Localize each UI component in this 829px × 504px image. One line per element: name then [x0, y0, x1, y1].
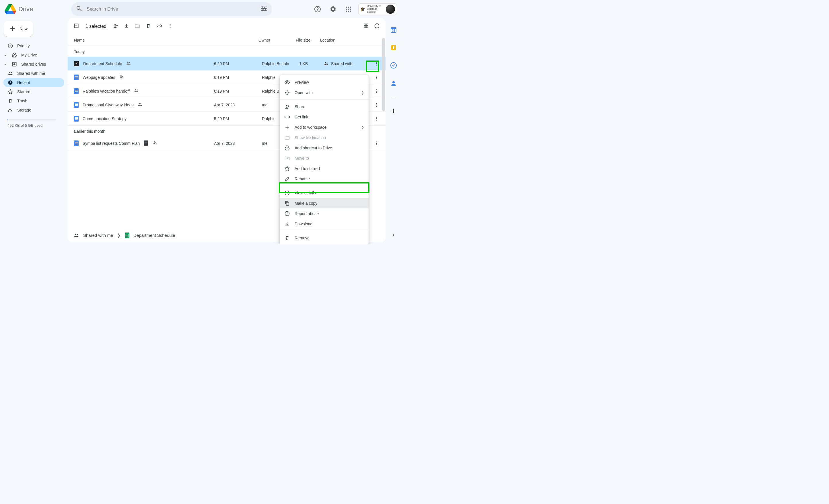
cm-view-details[interactable]: View details	[280, 188, 369, 198]
download-icon[interactable]	[123, 23, 130, 30]
settings-gear-icon[interactable]	[327, 3, 339, 15]
search-bar[interactable]	[71, 2, 272, 16]
svg-point-15	[350, 11, 351, 12]
svg-rect-4	[264, 8, 264, 9]
nav-shared-drives[interactable]: ▸ Shared drives	[3, 60, 64, 69]
more-vert-icon[interactable]	[167, 23, 173, 30]
account-avatar[interactable]	[386, 5, 395, 14]
svg-rect-69	[393, 48, 394, 49]
add-app-icon[interactable]	[388, 105, 399, 117]
docs-file-icon	[74, 102, 79, 108]
contacts-app-icon[interactable]	[388, 77, 399, 89]
nav-trash[interactable]: Trash	[3, 96, 64, 106]
cm-label: Rename	[295, 177, 310, 181]
breadcrumb-root[interactable]: Shared with me	[83, 233, 113, 238]
nav-priority[interactable]: Priority	[3, 41, 64, 50]
docs-file-icon	[74, 75, 79, 80]
view-grid-icon[interactable]	[363, 23, 369, 30]
cm-label: Make a copy	[295, 201, 317, 205]
svg-point-10	[346, 9, 347, 10]
file-row-selected[interactable]: ✔ Department Schedule Ralphie Buffalo 1 …	[68, 57, 386, 71]
file-name: Promotional Giveaway ideas	[83, 103, 133, 107]
cm-add-workspace[interactable]: Add to workspace❯	[280, 122, 369, 132]
col-owner[interactable]: Owner	[258, 38, 296, 42]
svg-point-71	[392, 81, 395, 83]
cm-open-with[interactable]: Open with❯	[280, 87, 369, 98]
star-icon	[284, 166, 290, 171]
nav-starred[interactable]: Starred	[3, 87, 64, 96]
nav-label: Shared drives	[21, 62, 46, 67]
cm-make-copy[interactable]: Make a copy	[280, 198, 369, 208]
row-more-button[interactable]	[371, 59, 382, 69]
row-more-button[interactable]	[371, 138, 382, 149]
cm-rename[interactable]: Rename	[280, 174, 369, 184]
search-options-icon[interactable]	[260, 5, 267, 13]
cm-download[interactable]: Download	[280, 219, 369, 229]
person-add-icon	[284, 104, 290, 110]
cm-get-link[interactable]: Get link	[280, 112, 369, 122]
link-icon	[284, 114, 290, 120]
row-more-button[interactable]	[371, 114, 382, 124]
svg-point-24	[170, 24, 170, 25]
move-icon	[284, 155, 290, 161]
file-modified-time: Apr 7, 2023	[214, 103, 235, 107]
deselect-icon[interactable]	[73, 23, 79, 30]
move-icon[interactable]	[135, 23, 140, 30]
cm-remove[interactable]: Remove	[280, 233, 369, 243]
new-button[interactable]: New	[3, 21, 33, 37]
row-more-button[interactable]	[371, 100, 382, 110]
header-right: 🎓 University of Colorado Boulder	[312, 3, 397, 15]
delete-icon[interactable]	[145, 23, 151, 30]
copy-icon	[284, 200, 290, 206]
keep-app-icon[interactable]	[388, 42, 399, 53]
nav-label: Shared with me	[17, 71, 45, 76]
col-name[interactable]: Name	[74, 38, 258, 42]
apps-grid-icon[interactable]	[343, 3, 354, 15]
checkbox-checked-icon[interactable]: ✔	[74, 61, 79, 66]
svg-point-36	[376, 62, 377, 63]
org-badge[interactable]: 🎓 University of Colorado Boulder	[358, 3, 397, 15]
nav-my-drive[interactable]: ▸ My Drive	[3, 50, 64, 60]
info-icon[interactable]	[374, 23, 380, 30]
svg-point-20	[11, 72, 12, 73]
svg-point-9	[350, 7, 351, 8]
cm-share[interactable]: Share	[280, 102, 369, 112]
logo-area: Drive	[5, 4, 68, 14]
nav-storage[interactable]: Storage	[3, 106, 64, 115]
svg-point-38	[376, 65, 377, 65]
tasks-app-icon[interactable]	[388, 60, 399, 71]
search-input[interactable]	[86, 6, 257, 12]
file-size: 1 KB	[299, 61, 324, 66]
svg-point-47	[376, 90, 377, 91]
cm-label: Get link	[295, 115, 308, 119]
svg-point-63	[77, 234, 78, 235]
nav-shared-with-me[interactable]: Shared with me	[3, 69, 64, 78]
svg-point-39	[120, 75, 122, 77]
header: Drive 🎓 University of Colorado Boulder	[0, 0, 402, 18]
cm-report-abuse[interactable]: Report abuse	[280, 208, 369, 219]
row-more-button[interactable]	[371, 86, 382, 96]
cm-add-shortcut[interactable]: Add shortcut to Drive	[280, 143, 369, 153]
svg-point-13	[346, 11, 347, 12]
svg-point-51	[376, 103, 377, 104]
cm-add-starred[interactable]: Add to starred	[280, 163, 369, 174]
scrollbar-thumb[interactable]	[382, 38, 385, 111]
cm-preview[interactable]: Preview	[280, 77, 369, 87]
cm-show-location: Show file location	[280, 132, 369, 143]
nav-recent[interactable]: Recent	[3, 78, 64, 87]
open-with-icon	[284, 90, 290, 95]
link-icon[interactable]	[156, 23, 162, 30]
cm-label: Share	[295, 104, 305, 109]
col-size[interactable]: File size	[296, 38, 320, 42]
svg-point-42	[376, 77, 377, 78]
share-person-icon[interactable]	[113, 23, 118, 30]
calendar-app-icon[interactable]: 31	[388, 24, 399, 36]
file-modified-time: 6:19 PM	[214, 89, 229, 93]
col-location[interactable]: Location	[320, 38, 366, 42]
help-icon[interactable]	[312, 3, 323, 15]
row-more-button[interactable]	[371, 72, 382, 83]
svg-point-33	[129, 62, 130, 63]
side-panel-collapse-icon[interactable]	[388, 229, 399, 241]
svg-point-6	[317, 10, 318, 11]
cm-label: Show file location	[295, 135, 326, 140]
